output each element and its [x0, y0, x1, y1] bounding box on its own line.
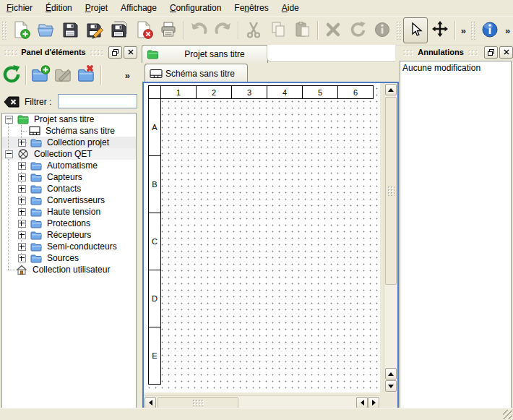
edit-category-button[interactable]	[52, 63, 75, 87]
save-as-button[interactable]	[82, 17, 107, 43]
save-all-button[interactable]	[107, 17, 132, 43]
diagram-icon	[29, 126, 40, 136]
column-header: 4	[267, 85, 303, 99]
menu-edition[interactable]: Édition	[39, 1, 79, 15]
reload-collections-button[interactable]	[0, 63, 23, 87]
expand-icon[interactable]	[18, 139, 26, 147]
column-header: 3	[231, 85, 267, 99]
close-file-button[interactable]	[132, 17, 156, 43]
horizontal-scrollbar-thumb[interactable]	[158, 397, 238, 408]
project-icon	[17, 114, 29, 124]
row-header: B	[148, 155, 161, 213]
scroll-right-button[interactable]	[368, 397, 379, 408]
toolbar-drag-handle[interactable]	[396, 21, 401, 40]
tab-projet-sans-titre[interactable]: Projet sans titre	[142, 45, 268, 63]
menu-affichage[interactable]: Affichage	[114, 1, 163, 15]
expand-icon[interactable]	[18, 185, 26, 193]
collapse-icon[interactable]	[5, 150, 13, 158]
folder-icon	[30, 253, 42, 263]
scroll-left-button[interactable]	[356, 397, 368, 408]
select-tool-button[interactable]	[403, 17, 428, 43]
scroll-up-button[interactable]	[385, 84, 397, 95]
scroll-up-button[interactable]	[385, 368, 397, 380]
row-header: A	[148, 98, 161, 156]
copy-button[interactable]	[266, 17, 290, 43]
tree-item-collection-qet[interactable]: Collection QET	[2, 148, 136, 160]
collapse-icon[interactable]	[5, 116, 13, 124]
tree-item-sources[interactable]: Sources	[2, 252, 136, 264]
column-header: 6	[337, 85, 374, 99]
clear-filter-icon[interactable]	[4, 96, 20, 108]
close-panel-button[interactable]	[499, 46, 513, 59]
tree-item-collection-projet[interactable]: Collection projet	[2, 137, 136, 148]
rotate-button[interactable]	[345, 17, 370, 43]
menu-aide[interactable]: Aide	[275, 1, 306, 15]
menu-fichier[interactable]: Fichier	[0, 1, 39, 15]
expand-icon[interactable]	[18, 254, 26, 262]
tree-item-semi-conducteurs[interactable]: Semi-conducteurs	[2, 241, 136, 252]
vertical-scrollbar-thumb[interactable]	[385, 97, 397, 285]
move-tool-button[interactable]	[428, 17, 452, 43]
delete-category-button[interactable]	[75, 63, 98, 87]
new-project-button[interactable]	[9, 17, 33, 43]
expand-icon[interactable]	[18, 162, 26, 170]
resize-grip[interactable]	[503, 410, 512, 419]
toolbar-drag-handle[interactable]	[1, 21, 7, 40]
thumb-grip	[192, 399, 204, 406]
expand-icon[interactable]	[18, 220, 26, 228]
print-button[interactable]	[156, 17, 181, 43]
scroll-left-button[interactable]	[145, 397, 156, 408]
cut-button[interactable]	[241, 17, 266, 43]
column-header: 5	[302, 85, 338, 99]
new-category-button[interactable]	[29, 63, 52, 87]
tree-item-projet-sans-titre[interactable]: Projet sans titre	[2, 113, 136, 125]
info-gray-icon	[373, 20, 392, 41]
float-panel-button[interactable]	[108, 46, 122, 59]
undo-button[interactable]	[186, 17, 211, 43]
horizontal-scrollbar[interactable]	[144, 395, 380, 408]
info-blue-icon	[480, 20, 499, 41]
undo-history-list: Aucune modification	[400, 61, 512, 408]
delete-button[interactable]	[321, 17, 345, 43]
diagram-properties-button[interactable]	[478, 17, 502, 43]
toolbar-overflow-button[interactable]: »	[458, 25, 469, 36]
expand-icon[interactable]	[18, 231, 26, 239]
scroll-down-button[interactable]	[385, 380, 397, 392]
scissors-icon	[244, 20, 263, 41]
rotate-icon	[348, 20, 367, 41]
close-document-icon	[134, 20, 153, 41]
toolbar-overflow-button[interactable]: »	[502, 25, 513, 36]
tree-item-automatisme[interactable]: Automatisme	[2, 160, 136, 171]
folder-icon	[30, 160, 42, 171]
undo-list-item[interactable]: Aucune modification	[400, 61, 511, 74]
toolbar-drag-handle[interactable]	[470, 21, 475, 40]
collections-toolbar-overflow-button[interactable]: »	[122, 70, 133, 81]
tree-item-collection-utilisateur[interactable]: Collection utilisateur	[2, 264, 136, 275]
toolbar-separator	[317, 21, 319, 40]
save-button[interactable]	[58, 17, 82, 43]
tree-item-capteurs[interactable]: Capteurs	[2, 171, 136, 183]
float-panel-button[interactable]	[484, 46, 498, 59]
redo-button[interactable]	[211, 17, 236, 43]
expand-icon[interactable]	[18, 208, 26, 216]
expand-icon[interactable]	[18, 243, 26, 251]
filter-input[interactable]	[58, 94, 137, 108]
tree-item-recepteurs[interactable]: Récepteurs	[2, 229, 136, 241]
tree-item-haute-tension[interactable]: Haute tension	[2, 206, 136, 218]
menu-fenetres[interactable]: Fenêtres	[228, 1, 275, 15]
element-info-button[interactable]	[370, 17, 395, 43]
tree-item-contacts[interactable]: Contacts	[2, 183, 136, 194]
expand-icon[interactable]	[18, 173, 26, 181]
menu-projet[interactable]: Projet	[79, 1, 114, 15]
grid-corner-cell	[148, 85, 161, 99]
tab-schema-sans-titre[interactable]: Schéma sans titre	[145, 64, 248, 82]
menu-configuration[interactable]: Configuration	[163, 1, 228, 15]
close-panel-button[interactable]	[124, 46, 137, 59]
expand-icon[interactable]	[18, 197, 26, 205]
tree-item-convertisseurs[interactable]: Convertisseurs	[2, 194, 136, 206]
paste-button[interactable]	[290, 17, 315, 43]
open-project-button[interactable]	[33, 17, 58, 43]
tree-item-protections[interactable]: Protections	[2, 218, 136, 229]
diagram-canvas[interactable]: 1 2 3 4 5 6 A B C D E	[144, 83, 380, 393]
vertical-scrollbar[interactable]	[384, 83, 397, 393]
